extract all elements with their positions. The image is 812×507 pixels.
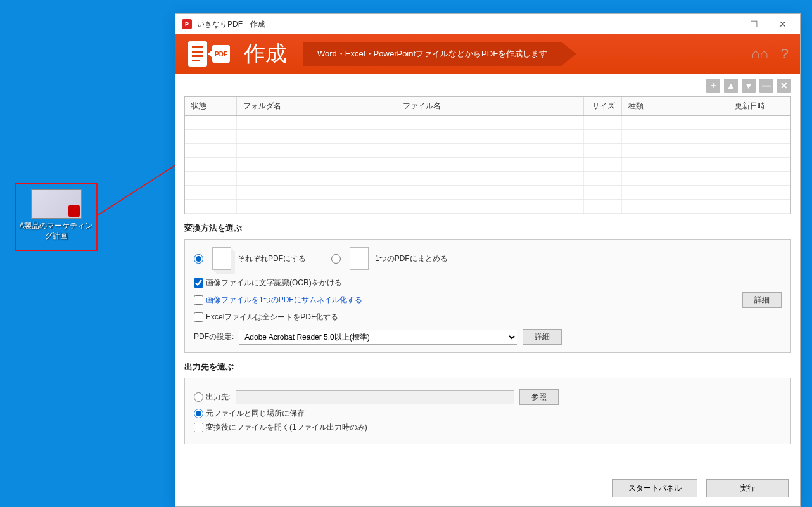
conversion-section: 変換方法を選ぶ それぞれPDFにする 1つのPDFにまとめる 画像ファイルに文字…: [184, 223, 791, 353]
minimize-button[interactable]: —: [710, 15, 739, 34]
add-button[interactable]: ＋: [706, 79, 720, 93]
output-path-field[interactable]: [236, 390, 514, 404]
banner-heading: 作成: [244, 39, 287, 68]
table-header: 状態 フォルダ名 ファイル名 サイズ 種類 更新日時: [185, 97, 790, 116]
pdf-detail-button[interactable]: 詳細: [523, 329, 562, 345]
checkbox-open-after[interactable]: 変換後にファイルを開く(1ファイル出力時のみ): [194, 422, 782, 433]
col-type[interactable]: 種類: [622, 97, 728, 115]
radio-each-pdf[interactable]: それぞれPDFにする: [194, 247, 306, 270]
remove-button[interactable]: —: [759, 79, 773, 93]
pdf-setting-label: PDFの設定:: [194, 331, 234, 342]
banner: PDF 作成 Word・Excel・PowerPointファイルなどからPDFを…: [175, 34, 800, 74]
col-status[interactable]: 状態: [185, 97, 237, 115]
banner-subtitle: Word・Excel・PowerPointファイルなどからPDFを作成します: [303, 42, 561, 66]
svg-rect-5: [192, 60, 200, 61]
checkbox-thumbnail[interactable]: 画像ファイルを1つのPDFにサムネイル化する: [194, 295, 362, 305]
move-down-button[interactable]: ▼: [742, 79, 756, 93]
radio-merge-pdf[interactable]: 1つのPDFにまとめる: [331, 247, 448, 270]
title-app: いきなりPDF: [197, 19, 243, 30]
file-thumbnail-icon: [31, 189, 82, 219]
list-toolbar: ＋ ▲ ▼ — ✕: [175, 74, 800, 96]
multi-doc-icon: [212, 247, 231, 270]
svg-rect-4: [192, 55, 203, 57]
clear-button[interactable]: ✕: [777, 79, 791, 93]
pdf-setting-select[interactable]: Adobe Acrobat Reader 5.0以上(標準): [239, 330, 517, 345]
output-title: 出力先を選ぶ: [184, 362, 791, 373]
browse-button[interactable]: 参照: [519, 389, 559, 405]
help-icon[interactable]: ?: [781, 46, 789, 62]
single-doc-icon: [350, 247, 369, 270]
banner-logo-icon: PDF: [187, 40, 231, 68]
radio-output-dest[interactable]: 出力先:: [194, 392, 231, 402]
desktop-file-label: A製品のマーケティング計画: [17, 221, 95, 241]
svg-rect-3: [192, 51, 203, 53]
titlebar[interactable]: P いきなりPDF 作成 — ☐ ✕: [175, 14, 800, 34]
thumbnail-detail-button[interactable]: 詳細: [742, 292, 782, 308]
execute-button[interactable]: 実行: [706, 479, 789, 497]
col-file[interactable]: ファイル名: [396, 97, 584, 115]
file-table[interactable]: 状態 フォルダ名 ファイル名 サイズ 種類 更新日時: [184, 96, 791, 214]
checkbox-excel-allsheets[interactable]: Excelファイルは全シートをPDF化する: [194, 312, 782, 323]
desktop-file-icon[interactable]: A製品のマーケティング計画: [15, 183, 98, 251]
app-icon: P: [182, 19, 192, 29]
svg-text:PDF: PDF: [215, 51, 227, 58]
col-date[interactable]: 更新日時: [728, 97, 790, 115]
checkbox-ocr[interactable]: 画像ファイルに文字認識(OCR)をかける: [194, 278, 782, 288]
svg-rect-1: [188, 41, 207, 67]
start-panel-button[interactable]: スタートパネル: [612, 479, 697, 497]
move-up-button[interactable]: ▲: [724, 79, 738, 93]
app-window: P いきなりPDF 作成 — ☐ ✕ PDF 作成 Word・Excel・Pow…: [175, 13, 801, 507]
book-icon[interactable]: ⌂⌂: [751, 46, 768, 62]
close-button[interactable]: ✕: [768, 15, 797, 34]
table-body[interactable]: [185, 116, 790, 214]
output-section: 出力先を選ぶ 出力先: 参照 元ファイルと同じ場所に保存 変換後にファイルを開く…: [184, 362, 791, 444]
svg-rect-2: [192, 46, 203, 48]
desktop: A製品のマーケティング計画 P いきなりPDF 作成 — ☐ ✕ PDF: [0, 0, 812, 507]
conversion-title: 変換方法を選ぶ: [184, 223, 791, 234]
footer: スタートパネル 実行: [175, 472, 800, 506]
col-folder[interactable]: フォルダ名: [237, 97, 396, 115]
radio-output-same[interactable]: 元ファイルと同じ場所に保存: [194, 408, 305, 419]
title-mode: 作成: [250, 19, 265, 30]
maximize-button[interactable]: ☐: [739, 15, 768, 34]
col-size[interactable]: サイズ: [584, 97, 622, 115]
